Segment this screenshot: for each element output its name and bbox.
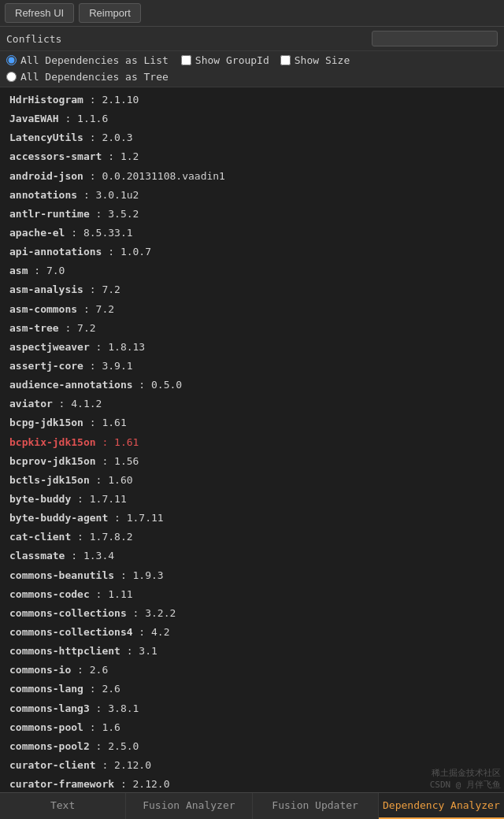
list-item: cat-client : 1.7.8.2 xyxy=(0,528,504,547)
dep-version: : 1.0.7 xyxy=(102,246,151,258)
dep-version: : 2.12.0 xyxy=(114,778,169,790)
dep-name: bcpkix-jdk15on xyxy=(9,436,96,448)
list-item: android-json : 0.0.20131108.vaadin1 xyxy=(0,167,504,186)
list-item: commons-collections : 3.2.2 xyxy=(0,604,504,623)
dep-version: : 1.8.13 xyxy=(90,341,145,353)
dep-version: : 3.5.2 xyxy=(90,208,139,220)
dep-version: : 2.0.3 xyxy=(83,132,133,143)
list-item: LatencyUtils : 2.0.3 xyxy=(0,128,504,147)
dep-version: : 8.5.33.1 xyxy=(65,227,132,239)
dep-version: : 1.3.4 xyxy=(65,550,114,561)
list-item: api-annotations : 1.0.7 xyxy=(0,243,504,261)
dep-version: : 1.6 xyxy=(83,721,120,733)
dep-version: : 2.6 xyxy=(83,683,120,695)
list-item: JavaEWAH : 1.1.6 xyxy=(0,109,504,128)
dep-version: : 2.6 xyxy=(71,664,108,676)
tab-fusion-analyzer[interactable]: Fusion Analyzer xyxy=(126,793,252,819)
reimport-button[interactable]: Reimport xyxy=(79,3,141,23)
dep-version: : 3.9.1 xyxy=(83,360,133,372)
list-item: commons-lang : 2.6 xyxy=(0,680,504,699)
dep-name: commons-collections4 xyxy=(9,626,133,638)
tab-bar: TextFusion AnalyzerFusion UpdaterDepende… xyxy=(0,792,504,819)
dep-version: : 4.1.2 xyxy=(53,398,102,410)
dep-name: LatencyUtils xyxy=(9,132,83,143)
dep-version: : 4.2 xyxy=(133,626,170,638)
list-item: byte-buddy : 1.7.11 xyxy=(0,490,504,509)
list-item: commons-pool2 : 2.5.0 xyxy=(0,737,504,756)
list-item: commons-beanutils : 1.9.3 xyxy=(0,566,504,585)
dep-name: asm xyxy=(9,265,28,276)
dep-name: api-annotations xyxy=(9,246,102,258)
list-item: bcprov-jdk15on : 1.56 xyxy=(0,452,504,471)
list-item: commons-pool : 1.6 xyxy=(0,718,504,737)
dep-name: curator-framework xyxy=(9,778,114,790)
dep-version: : 3.2.2 xyxy=(127,607,176,619)
search-input[interactable] xyxy=(372,31,498,46)
dep-version: : 0.5.0 xyxy=(133,379,183,391)
all-tree-radio[interactable] xyxy=(6,72,17,82)
show-groupid-label: Show GroupId xyxy=(195,54,269,66)
tab-text[interactable]: Text xyxy=(0,793,126,819)
dep-version: : 1.7.8.2 xyxy=(71,531,132,543)
dep-name: commons-collections xyxy=(9,607,127,619)
list-item: bctls-jdk15on : 1.60 xyxy=(0,471,504,490)
dep-version: : 7.2 xyxy=(77,303,114,315)
dep-version: : 1.60 xyxy=(90,474,133,486)
dep-name: byte-buddy xyxy=(9,493,71,505)
dep-version: : 2.5.0 xyxy=(90,740,139,752)
show-size-checkbox[interactable] xyxy=(280,55,291,65)
dep-version: : 2.1.10 xyxy=(83,94,139,106)
dep-name: audience-annotations xyxy=(9,379,133,391)
list-item: aviator : 4.1.2 xyxy=(0,395,504,413)
dep-name: curator-client xyxy=(9,759,96,771)
list-item: assertj-core : 3.9.1 xyxy=(0,357,504,376)
all-tree-label: All Dependencies as Tree xyxy=(20,71,169,83)
list-item: asm-commons : 7.2 xyxy=(0,300,504,319)
list-item: accessors-smart : 1.2 xyxy=(0,147,504,166)
dep-name: bcprov-jdk15on xyxy=(9,455,96,467)
dep-name: assertj-core xyxy=(9,360,83,372)
dep-version: : 1.9.3 xyxy=(114,569,164,581)
all-tree-radio-item[interactable]: All Dependencies as Tree xyxy=(6,71,169,83)
list-item: HdrHistogram : 2.1.10 xyxy=(0,91,504,109)
refresh-ui-button[interactable]: Refresh UI xyxy=(5,3,74,23)
dep-version: : 1.7.11 xyxy=(108,512,163,524)
dep-name: apache-el xyxy=(9,227,65,239)
list-item: aspectjweaver : 1.8.13 xyxy=(0,338,504,357)
show-size-checkbox-item[interactable]: Show Size xyxy=(280,54,350,66)
dep-version: : 3.0.1u2 xyxy=(77,189,139,201)
list-item: annotations : 3.0.1u2 xyxy=(0,186,504,205)
dep-version: : 1.2 xyxy=(102,150,139,162)
dep-version: : 3.8.1 xyxy=(90,702,139,714)
dep-version: : 1.7.11 xyxy=(71,493,126,505)
dep-name: cat-client xyxy=(9,531,71,543)
tab-fusion-updater[interactable]: Fusion Updater xyxy=(253,793,379,819)
list-item: audience-annotations : 0.5.0 xyxy=(0,376,504,395)
list-item: curator-framework : 2.12.0 xyxy=(0,775,504,792)
list-item: byte-buddy-agent : 1.7.11 xyxy=(0,509,504,528)
dep-name: classmate xyxy=(9,550,65,561)
tab-dependency-analyzer[interactable]: Dependency Analyzer xyxy=(379,793,504,819)
dep-version: : 3.1 xyxy=(120,645,158,657)
dep-version: : 1.11 xyxy=(90,588,133,600)
dep-name: commons-codec xyxy=(9,588,90,600)
list-item: apache-el : 8.5.33.1 xyxy=(0,224,504,243)
list-item: commons-io : 2.6 xyxy=(0,661,504,680)
dep-name: bcpg-jdk15on xyxy=(9,417,83,428)
dep-name: bctls-jdk15on xyxy=(9,474,90,486)
dep-version: : 2.12.0 xyxy=(96,759,151,771)
list-item: commons-httpclient : 3.1 xyxy=(0,642,504,661)
list-item: curator-client : 2.12.0 xyxy=(0,756,504,775)
dep-name: commons-io xyxy=(9,664,71,676)
dep-name: antlr-runtime xyxy=(9,208,90,220)
dep-name: asm-commons xyxy=(9,303,77,315)
dep-name: byte-buddy-agent xyxy=(9,512,108,524)
show-groupid-checkbox-item[interactable]: Show GroupId xyxy=(181,54,269,66)
dep-version: : 0.0.20131108.vaadin1 xyxy=(83,170,225,182)
list-item: antlr-runtime : 3.5.2 xyxy=(0,205,504,224)
show-groupid-checkbox[interactable] xyxy=(181,55,191,65)
list-item: bcpg-jdk15on : 1.61 xyxy=(0,413,504,432)
all-list-radio[interactable] xyxy=(6,55,17,65)
all-list-radio-item[interactable]: All Dependencies as List xyxy=(6,54,169,66)
list-item: commons-lang3 : 3.8.1 xyxy=(0,699,504,718)
